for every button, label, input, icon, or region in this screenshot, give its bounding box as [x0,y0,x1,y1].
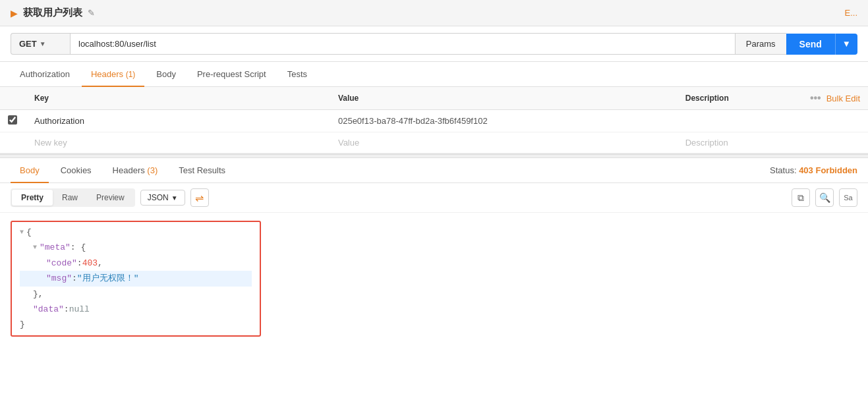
tab-cookies[interactable]: Cookies [51,159,101,183]
send-button[interactable]: Send [786,34,835,55]
format-tabs: Pretty Raw Preview [11,188,135,207]
new-value-cell[interactable]: Value [330,132,678,154]
json-colon-msg: : [72,271,77,286]
toggle-icon-2[interactable]: ▼ [33,242,37,254]
tab-headers-response-label: Headers (3) [113,165,158,175]
tab-authorization[interactable]: Authorization [11,63,79,87]
format-bar: Pretty Raw Preview JSON ▼ ⇌ ⧉ 🔍 Sa [0,183,868,213]
json-val-data: null [69,302,90,317]
tab-authorization-label: Authorization [20,69,70,79]
url-input[interactable] [70,33,735,55]
row-key-cell: Authorization [26,110,330,132]
format-type-chevron-icon: ▼ [171,194,178,202]
json-line-2: ▼ "meta" : { [20,240,252,255]
save-button[interactable]: Sa [839,188,857,207]
more-options-icon[interactable]: ••• [810,92,821,104]
send-dropdown-icon: ▼ [842,39,851,49]
search-icon: 🔍 [819,192,830,203]
format-type-select[interactable]: JSON ▼ [140,190,185,206]
search-button[interactable]: 🔍 [815,188,834,207]
toggle-icon-1[interactable]: ▼ [20,227,24,238]
json-colon-data: : [64,302,69,317]
new-key-row: New key Value Description [0,132,868,154]
col-checkbox [0,87,26,110]
tab-headers-response[interactable]: Headers (3) [103,159,167,183]
row-value-cell: 025e0f13-ba78-47ff-bd2a-3fb6f459f102 [330,110,678,132]
tab-body-label: Body [156,69,176,79]
bulk-edit-button[interactable]: Bulk Edit [826,94,860,103]
copy-icon: ⧉ [797,192,804,204]
format-tab-raw[interactable]: Raw [53,190,87,206]
col-description: Description [678,87,768,110]
json-colon-code: : [77,256,82,271]
row-desc-cell [678,110,768,132]
method-selector[interactable]: GET ▼ [11,33,70,55]
new-key-cell[interactable]: New key [26,132,330,154]
col-value: Value [330,87,678,110]
tab-body-response-label: Body [20,165,40,175]
json-key-meta: "meta" [40,240,71,255]
format-type-label: JSON [148,193,169,202]
table-row: Authorization 025e0f13-ba78-47ff-bd2a-3f… [0,110,868,132]
headers-response-badge: (3) [147,165,158,175]
json-key-code: "code" [46,256,77,271]
row-value-text: 025e0f13-ba78-47ff-bd2a-3fb6f459f102 [338,116,488,126]
tab-tests-label: Tests [287,69,307,79]
headers-table: Key Value Description ••• Bulk Edit Auth… [0,87,868,154]
response-tabs: Body Cookies Headers (3) Test Results [11,158,235,182]
params-button[interactable]: Params [735,33,786,55]
tab-body[interactable]: Body [147,63,185,87]
send-button-group: Send ▼ [786,34,857,55]
format-tab-pretty[interactable]: Pretty [12,190,53,206]
json-comma-code: , [98,256,103,271]
new-key-placeholder: New key [34,138,67,148]
tab-test-results[interactable]: Test Results [169,159,235,183]
status-label: Status: [770,165,799,175]
response-tabs-bar: Body Cookies Headers (3) Test Results St… [0,158,868,183]
status-area: Status: 403 Forbidden [770,165,857,175]
page-title: 获取用户列表 [23,7,82,19]
json-val-msg: "用户无权限！" [77,271,139,286]
tab-prerequest-label: Pre-request Script [197,69,266,79]
json-line-4: "msg" : "用户无权限！" [20,271,252,286]
top-bar-left: ▶ 获取用户列表 ✎ [11,7,95,19]
format-tab-preview[interactable]: Preview [87,190,134,206]
tab-prerequest[interactable]: Pre-request Script [188,63,275,87]
new-value-placeholder: Value [338,138,359,148]
copy-button[interactable]: ⧉ [792,188,810,207]
json-colon-meta: : { [71,240,86,255]
json-viewer: ▼ { ▼ "meta" : { "code" : 403 , "msg" : … [0,213,868,345]
new-desc-placeholder: Description [685,138,728,148]
row-key-text: Authorization [34,116,84,126]
method-chevron-icon: ▼ [40,40,46,47]
tab-test-results-label: Test Results [179,165,225,175]
json-line-5: }, [20,287,252,302]
row-checkbox[interactable] [8,115,17,125]
edit-icon[interactable]: ✎ [88,8,95,18]
json-line-7: } [20,317,252,332]
tab-headers-label: Headers (1) [91,69,135,79]
tab-body-response[interactable]: Body [11,159,49,183]
top-bar-right-label: E... [844,8,857,18]
wrap-button[interactable]: ⇌ [190,188,209,207]
response-section: Body Cookies Headers (3) Test Results St… [0,158,868,345]
tab-tests[interactable]: Tests [278,63,316,87]
json-close-brace: } [20,317,25,332]
json-content-box: ▼ { ▼ "meta" : { "code" : 403 , "msg" : … [11,221,261,337]
col-actions: ••• Bulk Edit [768,87,868,110]
status-code: 403 Forbidden [799,165,857,175]
wrap-icon: ⇌ [195,192,204,204]
json-val-code: 403 [82,256,98,271]
save-label: Sa [844,194,852,202]
top-bar: ▶ 获取用户列表 ✎ E... [0,0,868,26]
expand-arrow-icon[interactable]: ▶ [11,8,18,18]
tab-headers[interactable]: Headers (1) [82,63,144,87]
method-label: GET [19,39,37,49]
json-key-data: "data" [33,302,64,317]
row-checkbox-cell[interactable] [0,110,26,132]
col-key: Key [26,87,330,110]
headers-area: Key Value Description ••• Bulk Edit Auth… [0,87,868,154]
new-desc-cell[interactable]: Description [678,132,768,154]
send-dropdown-button[interactable]: ▼ [835,34,857,55]
row-actions-cell [768,110,868,132]
